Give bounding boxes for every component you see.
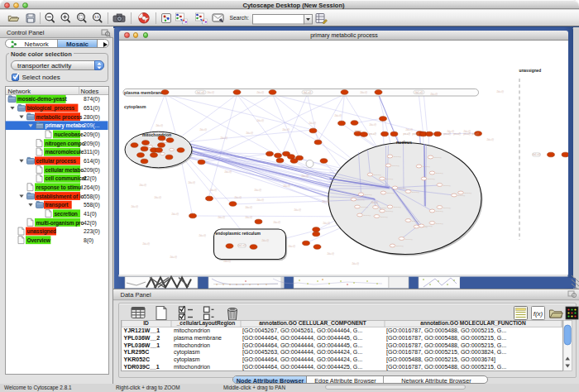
svg-text:42(0): 42(0) bbox=[84, 220, 97, 227]
svg-text:Zda-t@: Zda-t@ bbox=[261, 239, 269, 242]
svg-text:Oxn-a@: Oxn-a@ bbox=[385, 210, 394, 213]
svg-text:Oxn-a@: Oxn-a@ bbox=[435, 222, 443, 225]
svg-text:Zda-t@: Zda-t@ bbox=[220, 136, 227, 140]
svg-text:YJR121W__1: YJR121W__1 bbox=[124, 327, 160, 333]
svg-text:Zda-t@: Zda-t@ bbox=[360, 91, 367, 94]
svg-text:[GO:0044464, GO:0044444, GO:00: [GO:0044464, GO:0044444, GO:0044445, G..… bbox=[242, 335, 362, 342]
svg-text:[GO:0045267, GO:0045261, GO:00: [GO:0045267, GO:0045261, GO:0044464, G..… bbox=[242, 327, 362, 334]
svg-text:Oxn-a@: Oxn-a@ bbox=[398, 187, 406, 189]
svg-text:Oxn-a@: Oxn-a@ bbox=[464, 192, 472, 194]
svg-text:[GO:0005488, GO:0005215, GO:00: [GO:0005488, GO:0005215, GO:0003674] bbox=[386, 356, 495, 363]
svg-text:874(0): 874(0) bbox=[84, 96, 100, 103]
svg-text:_cellularLayoutRegion: _cellularLayoutRegion bbox=[176, 320, 236, 327]
svg-text:Zda-t@: Zda-t@ bbox=[224, 170, 232, 174]
svg-text:response to stimul: response to stimul bbox=[36, 184, 84, 191]
svg-text:Zda-t@: Zda-t@ bbox=[245, 216, 252, 219]
svg-text:Zda-t@: Zda-t@ bbox=[218, 216, 225, 219]
svg-text:establishment of lo: establishment of lo bbox=[36, 194, 84, 199]
svg-text:Oxn-a@: Oxn-a@ bbox=[379, 207, 387, 209]
svg-text:311(0): 311(0) bbox=[84, 149, 99, 155]
svg-text:Oxn-a@: Oxn-a@ bbox=[363, 214, 371, 217]
svg-text:YDR039C__1: YDR039C__1 bbox=[124, 364, 160, 370]
svg-text:[GO:0016787, GO:0005215, GO:00: [GO:0016787, GO:0005215, GO:0003824, G..… bbox=[386, 349, 506, 356]
svg-text:mitochondrion: mitochondrion bbox=[142, 132, 171, 137]
svg-text:Oxn-a@: Oxn-a@ bbox=[386, 192, 395, 194]
svg-text:Oxn-a@: Oxn-a@ bbox=[364, 194, 372, 196]
svg-text:Zda-t@: Zda-t@ bbox=[188, 181, 195, 184]
svg-text:Zda-t@: Zda-t@ bbox=[496, 90, 504, 93]
svg-text:Zda-t@: Zda-t@ bbox=[405, 128, 413, 131]
svg-text:209(0): 209(0) bbox=[84, 167, 100, 174]
svg-text:558(0): 558(0) bbox=[84, 194, 100, 200]
svg-text:209(0): 209(0) bbox=[84, 141, 100, 147]
svg-text:Oxn-a@: Oxn-a@ bbox=[457, 194, 466, 197]
svg-text:Zda-t@: Zda-t@ bbox=[142, 242, 150, 246]
svg-text:Oxn-a@: Oxn-a@ bbox=[435, 172, 443, 174]
svg-text:264(0): 264(0) bbox=[84, 184, 100, 191]
svg-text:Oxn-a@: Oxn-a@ bbox=[424, 225, 433, 227]
svg-text:22(0): 22(0) bbox=[84, 175, 97, 182]
svg-text:pro-a@: pro-a@ bbox=[443, 132, 451, 136]
svg-text:Oxn-a@: Oxn-a@ bbox=[443, 184, 451, 187]
svg-text:Zda-t@: Zda-t@ bbox=[207, 91, 214, 94]
svg-text:mosaic-demo-yeast: mosaic-demo-yeast bbox=[17, 96, 67, 103]
svg-text:Oxn-a@: Oxn-a@ bbox=[393, 155, 401, 158]
svg-text:Ga1-x@: Ga1-x@ bbox=[196, 91, 204, 94]
svg-text:Oxn-a@: Oxn-a@ bbox=[435, 210, 443, 213]
svg-text:Zda-t@: Zda-t@ bbox=[199, 128, 207, 131]
svg-text:Zda-t@: Zda-t@ bbox=[256, 91, 264, 94]
svg-text:Zda-t@: Zda-t@ bbox=[199, 234, 206, 237]
svg-text:nucleobase-: nucleobase- bbox=[55, 131, 85, 137]
svg-text:Oxn-a@: Oxn-a@ bbox=[395, 245, 404, 247]
svg-text:Zda-t@: Zda-t@ bbox=[294, 208, 301, 212]
svg-text:cellular metabo: cellular metabo bbox=[45, 167, 84, 173]
svg-text:Search:: Search: bbox=[230, 15, 250, 21]
svg-text:ID: ID bbox=[143, 320, 149, 326]
svg-text:pro-a@: pro-a@ bbox=[369, 132, 376, 136]
svg-text:Oxn-a@: Oxn-a@ bbox=[427, 178, 435, 180]
svg-text:Zda-t@: Zda-t@ bbox=[170, 256, 177, 259]
svg-text:YPL036W__1: YPL036W__1 bbox=[124, 342, 160, 348]
svg-text:cell communicat: cell communicat bbox=[45, 175, 88, 181]
svg-text:transport: transport bbox=[45, 202, 69, 208]
svg-text:cytoplasm: cytoplasm bbox=[174, 349, 200, 356]
svg-text:Zda-t@: Zda-t@ bbox=[354, 130, 361, 133]
svg-text:Zda-t@: Zda-t@ bbox=[301, 174, 309, 178]
svg-text:Ga1-x@: Ga1-x@ bbox=[414, 91, 423, 94]
svg-text:multi-organism pro: multi-organism pro bbox=[36, 220, 84, 227]
svg-text:Oxn-a@: Oxn-a@ bbox=[433, 156, 442, 159]
svg-text:Oxn-a@: Oxn-a@ bbox=[411, 220, 419, 222]
svg-text:Zda-t@: Zda-t@ bbox=[334, 114, 342, 117]
svg-text:280(0): 280(0) bbox=[84, 114, 100, 121]
svg-text:macromolecule: macromolecule bbox=[45, 149, 84, 155]
svg-text:annotation.GO CELLULAR_COMPONE: annotation.GO CELLULAR_COMPONENT bbox=[259, 320, 366, 326]
svg-text:Zda-t@: Zda-t@ bbox=[283, 184, 290, 188]
svg-text:Zda-t@: Zda-t@ bbox=[486, 138, 494, 141]
svg-text:[GO:0016787, GO:0005488, GO:00: [GO:0016787, GO:0005488, GO:0005215, G..… bbox=[386, 335, 506, 342]
svg-text:Zda-t@: Zda-t@ bbox=[327, 252, 334, 256]
svg-text:nucleus: nucleus bbox=[396, 140, 412, 145]
svg-text:Zda-t@: Zda-t@ bbox=[256, 119, 264, 122]
svg-text:Oxn-a@: Oxn-a@ bbox=[393, 206, 401, 208]
svg-text:Zda-t@: Zda-t@ bbox=[309, 122, 316, 125]
svg-text:Zda-t@: Zda-t@ bbox=[156, 124, 163, 127]
svg-text:[GO:0016787, GO:0005488, GO:00: [GO:0016787, GO:0005488, GO:0005215, G..… bbox=[386, 342, 506, 349]
svg-text:Zda-t@: Zda-t@ bbox=[322, 200, 329, 203]
svg-text:[GO:0016787, GO:0005488, GO:00: [GO:0016787, GO:0005488, GO:0005215, G..… bbox=[386, 364, 506, 370]
svg-text:41(0): 41(0) bbox=[84, 211, 97, 218]
svg-text:cytoplasm: cytoplasm bbox=[124, 104, 146, 109]
svg-text:Ga1-x@: Ga1-x@ bbox=[303, 91, 311, 94]
svg-text:plasma membrane: plasma membrane bbox=[124, 90, 163, 95]
svg-text:Zda-t@: Zda-t@ bbox=[352, 262, 359, 265]
svg-text:metabolic process: metabolic process bbox=[36, 114, 83, 121]
svg-text:plasma membrane: plasma membrane bbox=[174, 335, 222, 342]
svg-text:Ga1-x@: Ga1-x@ bbox=[237, 244, 246, 247]
svg-text:209(0): 209(0) bbox=[84, 131, 100, 138]
svg-text:209(...: 209(... bbox=[84, 122, 99, 129]
svg-text:cytoplasm: cytoplasm bbox=[174, 356, 200, 363]
svg-text:Zda-t@: Zda-t@ bbox=[369, 123, 376, 127]
svg-text:Zda-t@: Zda-t@ bbox=[131, 205, 138, 208]
svg-text:558(0): 558(0) bbox=[84, 202, 100, 208]
svg-text:pro-a@: pro-a@ bbox=[412, 132, 419, 136]
svg-text:[GO:0045263, GO:0044444, GO:00: [GO:0045263, GO:0044444, GO:0044424, G..… bbox=[242, 349, 362, 356]
